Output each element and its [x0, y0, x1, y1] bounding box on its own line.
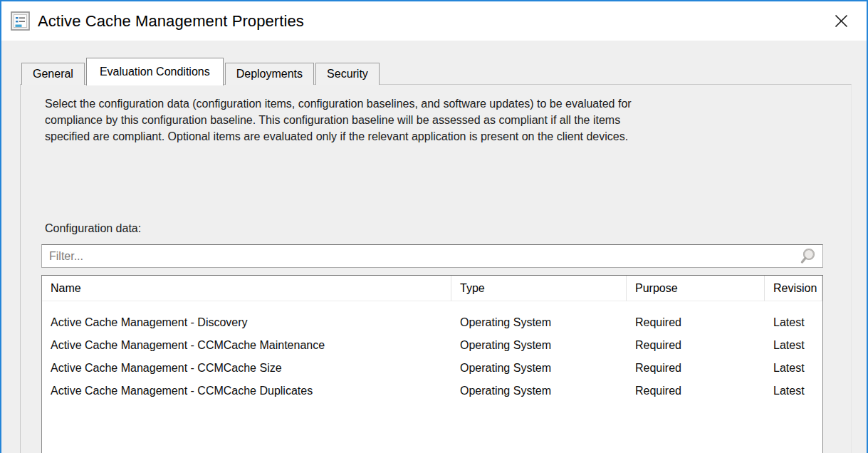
cell-type: Operating System: [451, 334, 627, 357]
configuration-data-label: Configuration data:: [45, 222, 141, 235]
app-icon: [11, 11, 30, 31]
column-header-type[interactable]: Type: [451, 276, 627, 301]
description-line-1: Select the configuration data (configura…: [45, 95, 822, 112]
search-icon[interactable]: [798, 247, 817, 266]
list-header: Name Type Purpose Revision: [42, 276, 822, 301]
table-row[interactable]: Active Cache Management - Discovery Oper…: [42, 311, 822, 334]
table-row[interactable]: Active Cache Management - CCMCache Maint…: [42, 334, 822, 357]
cell-purpose: Required: [627, 357, 765, 380]
tab-security[interactable]: Security: [315, 63, 380, 85]
cell-type: Operating System: [451, 311, 627, 334]
close-icon: [835, 14, 848, 28]
cell-name: Active Cache Management - CCMCache Size: [42, 357, 451, 380]
cell-purpose: Required: [627, 334, 765, 357]
cell-purpose: Required: [627, 311, 765, 334]
title-bar[interactable]: Active Cache Management Properties: [1, 1, 867, 41]
cell-revision: Latest: [765, 311, 822, 334]
cell-name: Active Cache Management - CCMCache Dupli…: [42, 380, 451, 402]
cell-type: Operating System: [451, 380, 627, 402]
close-button[interactable]: [827, 9, 855, 33]
filter-box: [41, 244, 823, 268]
cell-revision: Latest: [765, 380, 822, 402]
cell-name: Active Cache Management - Discovery: [42, 311, 451, 334]
table-row[interactable]: Active Cache Management - CCMCache Size …: [42, 357, 822, 380]
cell-purpose: Required: [627, 380, 765, 402]
list-rows: Active Cache Management - Discovery Oper…: [42, 301, 822, 402]
cell-revision: Latest: [765, 334, 822, 357]
dialog-body: General Evaluation Conditions Deployment…: [1, 41, 867, 453]
evaluation-conditions-panel: Select the configuration data (configura…: [20, 84, 852, 453]
tab-general[interactable]: General: [21, 63, 85, 85]
tab-strip: General Evaluation Conditions Deployment…: [21, 57, 845, 85]
column-header-purpose[interactable]: Purpose: [627, 276, 765, 301]
tab-deployments[interactable]: Deployments: [225, 63, 314, 85]
description-line-2: compliance by this configuration baselin…: [45, 112, 822, 128]
configuration-data-list: Name Type Purpose Revision Active Cache …: [41, 275, 823, 453]
tab-evaluation-conditions[interactable]: Evaluation Conditions: [86, 58, 224, 85]
cell-name: Active Cache Management - CCMCache Maint…: [42, 334, 451, 357]
properties-dialog: Active Cache Management Properties Gener…: [0, 0, 868, 453]
description-line-3: specified are compliant. Optional items …: [45, 128, 822, 145]
table-row[interactable]: Active Cache Management - CCMCache Dupli…: [42, 380, 822, 402]
description-text: Select the configuration data (configura…: [45, 95, 822, 145]
filter-input[interactable]: [42, 245, 798, 267]
cell-revision: Latest: [765, 357, 822, 380]
column-header-name[interactable]: Name: [42, 276, 451, 301]
column-header-revision[interactable]: Revision: [765, 276, 822, 301]
page-title: Active Cache Management Properties: [38, 12, 304, 31]
cell-type: Operating System: [451, 357, 627, 380]
